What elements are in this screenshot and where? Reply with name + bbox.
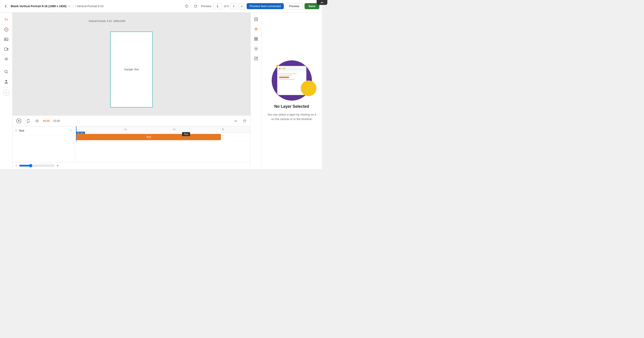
next-preview-button[interactable] — [238, 3, 245, 10]
timeline-ruler: 00.00s 1s 2s 3s — [75, 126, 250, 132]
right-panel-tabs — [251, 12, 262, 169]
track-playhead — [76, 132, 76, 141]
zoom-out-button[interactable]: − — [15, 164, 17, 168]
layer-name: Text — [19, 129, 68, 132]
topbar-right: Preview of 5 Preview feed connected Prev… — [201, 3, 319, 10]
edit-icon[interactable]: ✏ — [68, 4, 71, 8]
preview-button[interactable]: Preview — [286, 3, 302, 10]
illustration-yellow-circle — [301, 80, 316, 96]
canvas-label: Vertical-Portrait- 9:16 — [88, 19, 112, 23]
right-panel-content: No Layer Selected You can select a layer… — [262, 12, 322, 169]
zoom-slider[interactable] — [19, 164, 55, 168]
canvas-sample-text: Sample Text — [124, 68, 139, 71]
undo-button[interactable] — [183, 3, 190, 10]
sidebar-image[interactable] — [2, 35, 11, 44]
svg-point-2 — [5, 38, 6, 39]
timeline-controls: 00.00 03.00 — [12, 116, 250, 126]
sidebar-audio[interactable] — [2, 54, 11, 64]
feed-connected-button[interactable]: Preview feed connected — [247, 3, 284, 9]
svg-point-8 — [255, 28, 257, 30]
svg-rect-11 — [254, 39, 256, 40]
right-tab-settings[interactable] — [252, 45, 260, 53]
main-layout: T+ + Vertical-Portrait- 9:16 — [0, 12, 322, 169]
sidebar-add-text[interactable]: T+ — [2, 15, 11, 24]
sidebar-divider — [3, 65, 10, 66]
canvas-dimensions: 1080x1920 — [113, 20, 125, 22]
svg-rect-14 — [254, 57, 258, 60]
illustration-line-1 — [279, 73, 297, 74]
svg-rect-6 — [244, 120, 246, 122]
canvas-frame[interactable]: Sample Text — [110, 32, 153, 108]
ruler-tick-1s: 1s — [124, 128, 127, 130]
volume-button[interactable] — [34, 118, 40, 124]
svg-point-13 — [255, 48, 256, 50]
right-tab-grid[interactable] — [252, 35, 260, 43]
right-tab-properties[interactable] — [252, 25, 260, 33]
track-block-label: Text — [146, 136, 151, 138]
breadcrumb-sub: / Vertical-Portrait-9:16 — [75, 4, 104, 8]
back-button[interactable] — [3, 3, 9, 10]
topbar-left: Blank Vertical Portrait 9:16 (1080 x 192… — [3, 3, 181, 10]
svg-rect-9 — [254, 37, 256, 39]
ruler-tick-3s: 3s — [222, 128, 224, 130]
sidebar-divider-2 — [3, 88, 10, 88]
top-collapse-indicator[interactable] — [317, 0, 322, 5]
right-tab-transform[interactable] — [252, 54, 260, 62]
preview-label: Preview — [201, 4, 211, 8]
no-layer-desc: You can select a layer by clicking on it… — [267, 112, 317, 121]
svg-rect-12 — [256, 39, 258, 40]
play-button[interactable] — [15, 117, 22, 124]
right-panel: No Layer Selected You can select a layer… — [250, 12, 322, 169]
topbar-center — [183, 3, 199, 10]
track-block-text[interactable]: Text — [76, 134, 221, 140]
layer-row-text[interactable]: T Text — [12, 126, 75, 135]
no-layer-illustration — [272, 60, 312, 100]
svg-point-4 — [5, 70, 7, 73]
zoom-controls: − + — [12, 162, 250, 169]
left-sidebar: T+ + — [0, 12, 12, 169]
timeline-area: 00.00 03.00 T Text — [12, 115, 250, 169]
playhead-line — [76, 126, 76, 132]
illustration-line-3 — [279, 79, 294, 80]
timeline-collapse-button[interactable] — [232, 118, 239, 124]
layer-expand-icon[interactable] — [70, 129, 72, 132]
illustration-dot-r — [279, 68, 280, 69]
no-layer-title: No Layer Selected — [274, 104, 309, 109]
topbar: Blank Vertical Portrait 9:16 (1080 x 192… — [0, 0, 322, 12]
timeline-layers: T Text — [12, 126, 75, 162]
sidebar-upload[interactable] — [2, 77, 11, 86]
illustration-header — [277, 66, 306, 71]
preview-input[interactable] — [213, 3, 222, 10]
redo-button[interactable] — [192, 3, 199, 10]
layer-text-icon: T — [15, 129, 17, 132]
zoom-in-button[interactable]: + — [56, 164, 58, 168]
svg-rect-10 — [256, 37, 258, 39]
track-tooltip: Text — [182, 132, 190, 136]
timeline-track-area: 00.00s 1s 2s 3s Text Text — [75, 126, 250, 162]
time-current: 00.00 — [43, 119, 50, 122]
of-text: of 5 — [224, 4, 229, 8]
illustration-line-2 — [279, 75, 292, 76]
prev-preview-button[interactable] — [230, 3, 237, 10]
sidebar-add-button[interactable]: + — [3, 90, 10, 96]
illustration-dot-y — [281, 68, 283, 69]
sidebar-video[interactable] — [2, 45, 11, 54]
svg-rect-3 — [4, 48, 7, 50]
sidebar-search[interactable] — [2, 67, 11, 76]
illustration-line-orange — [279, 77, 289, 78]
ruler-tick-2s: 2s — [173, 128, 176, 130]
doc-title: Blank Vertical Portrait 9:16 (1080 x 192… — [11, 4, 66, 8]
time-total: 03.00 — [53, 119, 60, 122]
right-tab-add[interactable] — [252, 15, 260, 23]
canvas-area: Vertical-Portrait- 9:16 1080x1920 Sample… — [12, 12, 250, 169]
canvas-scroll: Vertical-Portrait- 9:16 1080x1920 Sample… — [12, 12, 250, 115]
right-wrapper: No Layer Selected You can select a layer… — [251, 12, 322, 169]
illustration-dot-g — [284, 68, 285, 69]
timeline-body: T Text 00.00s 1s 2s 3s — [12, 126, 250, 162]
track-row-text: Text Text — [75, 132, 250, 142]
delete-button[interactable] — [242, 118, 248, 124]
sidebar-add-element[interactable] — [2, 25, 11, 34]
canvas-dims: 1080x1920 — [113, 19, 125, 23]
loop-button[interactable] — [25, 118, 31, 124]
breadcrumb-sep: / — [73, 4, 74, 8]
